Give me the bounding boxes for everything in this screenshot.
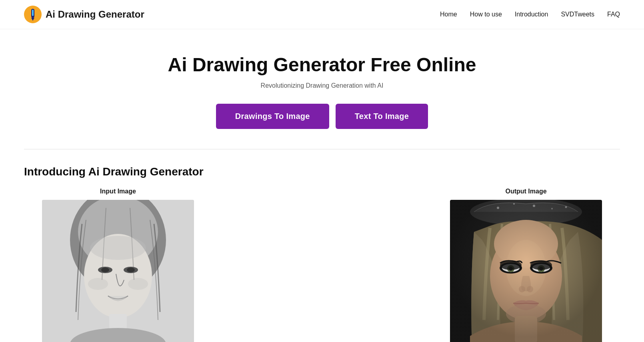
svg-point-16 — [88, 278, 108, 290]
svg-rect-42 — [450, 200, 602, 342]
hero-title: Ai Drawing Generator Free Online — [8, 53, 636, 76]
svg-point-17 — [128, 278, 148, 290]
intro-section: Introducing Ai Drawing Generator Input I… — [0, 161, 644, 342]
hero-section: Ai Drawing Generator Free Online Revolut… — [0, 29, 644, 145]
section-divider — [24, 149, 620, 149]
input-image-label: Input Image — [100, 188, 136, 195]
svg-rect-3 — [32, 10, 34, 16]
text-to-image-button[interactable]: Text To Image — [336, 104, 428, 129]
hero-subtitle: Revolutionizing Drawing Generation with … — [8, 82, 636, 89]
input-image-placeholder — [42, 200, 194, 342]
svg-point-15 — [90, 236, 146, 260]
photo-svg — [450, 200, 602, 342]
nav-home[interactable]: Home — [440, 11, 457, 18]
nav-introduction[interactable]: Introduction — [515, 11, 548, 18]
main-nav: Home How to use Introduction SVDTweets F… — [440, 11, 620, 18]
nav-faq[interactable]: FAQ — [607, 11, 620, 18]
logo-text: Ai Drawing Generator — [46, 9, 144, 20]
nav-svdtweets[interactable]: SVDTweets — [561, 11, 594, 18]
input-image-col: Input Image — [24, 188, 212, 342]
output-image-placeholder — [450, 200, 602, 342]
output-image-label: Output Image — [505, 188, 546, 195]
logo-area[interactable]: Ai Drawing Generator — [24, 6, 144, 23]
logo-icon — [24, 6, 42, 23]
intro-title: Introducing Ai Drawing Generator — [24, 165, 620, 178]
hero-buttons: Drawings To Image Text To Image — [8, 104, 636, 129]
output-image-col: Output Image — [432, 188, 620, 342]
svg-point-11 — [101, 268, 109, 272]
images-row: Input Image — [24, 188, 620, 342]
nav-how-to-use[interactable]: How to use — [470, 11, 502, 18]
drawings-to-image-button[interactable]: Drawings To Image — [216, 104, 329, 129]
sketch-svg — [42, 200, 194, 342]
svg-point-12 — [127, 268, 135, 272]
site-header: Ai Drawing Generator Home How to use Int… — [0, 0, 644, 29]
